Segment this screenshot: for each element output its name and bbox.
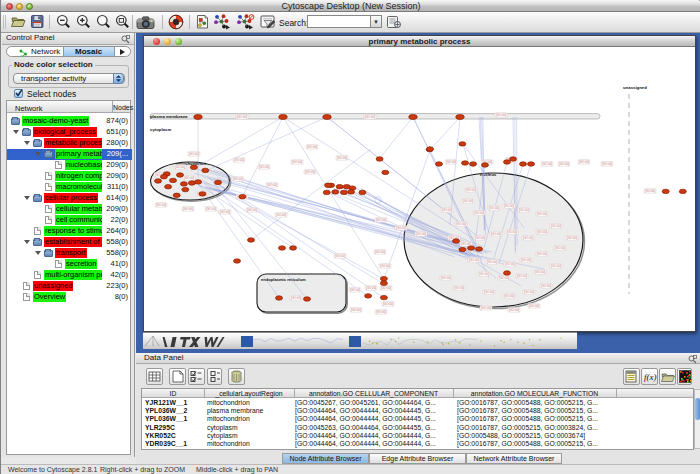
svg-text:[GO:00]: [GO:00]: [376, 218, 386, 222]
svg-text:[GO:00]: [GO:00]: [504, 294, 514, 298]
svg-text:[GO:00]: [GO:00]: [175, 165, 185, 169]
svg-text:[GO:00]: [GO:00]: [602, 162, 612, 166]
svg-text:[GO:00]: [GO:00]: [489, 206, 499, 210]
svg-text:[GO:00]: [GO:00]: [416, 232, 426, 236]
svg-text:[GO:00]: [GO:00]: [220, 210, 230, 214]
svg-text:[GO:00]: [GO:00]: [247, 208, 257, 212]
svg-text:f(x): f(x): [644, 372, 657, 382]
svg-text:[GO:00]: [GO:00]: [537, 212, 547, 216]
svg-text:[GO:00]: [GO:00]: [206, 207, 216, 211]
svg-text:[GO:00]: [GO:00]: [474, 211, 484, 215]
svg-text:endoplasmic reticulum: endoplasmic reticulum: [261, 277, 306, 282]
svg-text:[GO:00]: [GO:00]: [509, 308, 519, 312]
svg-text:[GO:00]: [GO:00]: [487, 260, 497, 264]
svg-text:[GO:00]: [GO:00]: [499, 276, 509, 280]
svg-text:[GO:00]: [GO:00]: [567, 236, 577, 240]
svg-text:[GO:00]: [GO:00]: [454, 286, 464, 290]
svg-text:[GO:00]: [GO:00]: [366, 286, 376, 290]
svg-text:[GO:00]: [GO:00]: [259, 165, 269, 169]
svg-text:[GO:00]: [GO:00]: [233, 177, 243, 181]
svg-text:[GO:00]: [GO:00]: [305, 170, 315, 174]
svg-text:unassigned: unassigned: [623, 85, 647, 90]
svg-text:[GO:00]: [GO:00]: [555, 246, 565, 250]
svg-text:[GO:00]: [GO:00]: [237, 115, 247, 119]
svg-text:[GO:00]: [GO:00]: [189, 152, 199, 156]
svg-text:[GO:00]: [GO:00]: [535, 270, 545, 274]
svg-text:[GO:00]: [GO:00]: [507, 230, 517, 234]
svg-text:[GO:00]: [GO:00]: [551, 264, 561, 268]
svg-text:plasma membrane: plasma membrane: [150, 114, 188, 119]
svg-text:[GO:00]: [GO:00]: [504, 204, 514, 208]
svg-text:[GO:00]: [GO:00]: [337, 156, 347, 160]
svg-text:[GO:00]: [GO:00]: [292, 160, 302, 164]
svg-text:[GO:00]: [GO:00]: [491, 232, 501, 236]
svg-text:[GO:00]: [GO:00]: [383, 302, 393, 306]
svg-text:[GO:00]: [GO:00]: [523, 236, 533, 240]
svg-text:[GO:00]: [GO:00]: [351, 308, 361, 312]
svg-text:[GO:00]: [GO:00]: [184, 176, 194, 180]
svg-text:[GO:00]: [GO:00]: [350, 288, 360, 292]
svg-text:[GO:00]: [GO:00]: [517, 274, 527, 278]
svg-text:[GO:00]: [GO:00]: [542, 162, 552, 166]
svg-text:[GO:00]: [GO:00]: [519, 208, 529, 212]
svg-text:[GO:00]: [GO:00]: [481, 306, 491, 310]
svg-text:[GO:00]: [GO:00]: [365, 115, 375, 119]
svg-text:[GO:00]: [GO:00]: [579, 160, 589, 164]
svg-text:[GO:00]: [GO:00]: [469, 258, 479, 262]
svg-text:[GO:00]: [GO:00]: [441, 276, 451, 280]
svg-text:[GO:00]: [GO:00]: [380, 264, 390, 268]
svg-text:[GO:00]: [GO:00]: [475, 236, 485, 240]
svg-text:[GO:00]: [GO:00]: [156, 203, 166, 207]
svg-text:[GO:00]: [GO:00]: [291, 296, 301, 300]
svg-text:cytoplasm: cytoplasm: [150, 127, 171, 132]
svg-text:[GO:00]: [GO:00]: [376, 310, 386, 314]
svg-text:[GO:00]: [GO:00]: [484, 290, 494, 294]
svg-text:[GO:00]: [GO:00]: [234, 158, 244, 162]
svg-text:[GO:00]: [GO:00]: [541, 284, 551, 288]
svg-text:[GO:00]: [GO:00]: [551, 224, 561, 228]
svg-text:[GO:00]: [GO:00]: [524, 290, 534, 294]
svg-text:[GO:00]: [GO:00]: [645, 189, 655, 193]
svg-text:[GO:00]: [GO:00]: [456, 222, 466, 226]
svg-text:[GO:00]: [GO:00]: [276, 213, 286, 217]
svg-text:[GO:00]: [GO:00]: [183, 207, 193, 211]
svg-text:[GO:00]: [GO:00]: [396, 226, 406, 230]
svg-text:[GO:00]: [GO:00]: [381, 286, 391, 290]
svg-text:[GO:00]: [GO:00]: [537, 252, 547, 256]
svg-text:[GO:00]: [GO:00]: [466, 188, 476, 192]
svg-text:[GO:00]: [GO:00]: [521, 258, 531, 262]
svg-text:[GO:00]: [GO:00]: [267, 183, 277, 187]
svg-text:[GO:00]: [GO:00]: [442, 208, 452, 212]
svg-text:[GO:00]: [GO:00]: [335, 254, 345, 258]
svg-text:[GO:00]: [GO:00]: [479, 272, 489, 276]
svg-text:[GO:00]: [GO:00]: [559, 162, 569, 166]
svg-text:[GO:00]: [GO:00]: [537, 230, 547, 234]
svg-text:[GO:00]: [GO:00]: [375, 250, 385, 254]
svg-text:[GO:00]: [GO:00]: [446, 160, 456, 164]
svg-text:[GO:00]: [GO:00]: [496, 113, 506, 117]
svg-text:[GO:00]: [GO:00]: [505, 262, 515, 266]
svg-text:[GO:00]: [GO:00]: [463, 199, 473, 203]
svg-text:[GO:00]: [GO:00]: [307, 145, 317, 149]
svg-text:[GO:00]: [GO:00]: [529, 304, 539, 308]
